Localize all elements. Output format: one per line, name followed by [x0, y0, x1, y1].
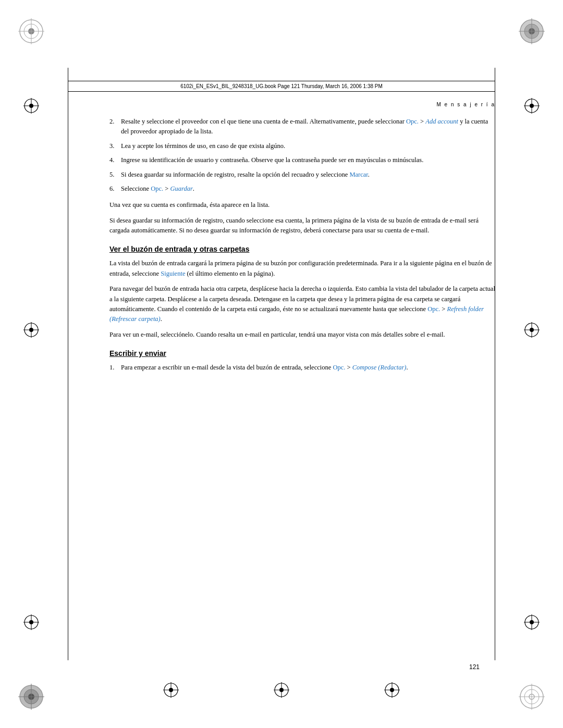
- section2-list-number-1: 1.: [109, 363, 121, 373]
- section2-list-content-1: Para empezar a escribir un e-mail desde …: [121, 363, 495, 373]
- reg-mark-bottom-left: [162, 681, 180, 699]
- link-marcar: Marcar: [349, 171, 368, 178]
- section1-para3: Para ver un e-mail, selecciónelo. Cuando…: [109, 330, 495, 340]
- section2-heading: Escribir y enviar: [109, 349, 495, 357]
- reg-mark-right-top: [522, 96, 541, 115]
- main-content: M e n s a j e r í a 2. Resalte y selecci…: [109, 102, 495, 655]
- link-add-account: Add account: [425, 118, 458, 125]
- reg-mark-left-bot: [22, 613, 41, 632]
- section1-heading: Ver el buzón de entrada y otras carpetas: [109, 245, 495, 253]
- link-opc-6: Opc.: [151, 185, 163, 192]
- corner-br-decoration: [516, 681, 547, 712]
- link-siguiente: Siguiente: [161, 270, 185, 277]
- section1-para2: Para navegar del buzón de entrada hacia …: [109, 284, 495, 325]
- list-content-5: Si desea guardar su información de regis…: [121, 170, 495, 180]
- link-opc-2: Opc.: [406, 118, 419, 125]
- link-guardar: Guardar: [170, 185, 193, 192]
- header-bar: 6102i_EN_ESv1_BIL_9248318_UG.book Page 1…: [68, 81, 495, 92]
- page-container: 6102i_EN_ESv1_BIL_9248318_UG.book Page 1…: [0, 0, 563, 728]
- section2-list: 1. Para empezar a escribir un e-mail des…: [109, 363, 495, 373]
- list-item-4: 4. Ingrese su identificación de usuario …: [109, 155, 495, 165]
- list-item-3: 3. Lea y acepte los términos de uso, en …: [109, 141, 495, 151]
- list-content-2: Resalte y seleccione el proveedor con el…: [121, 117, 495, 137]
- border-left: [68, 68, 68, 660]
- link-opc-compose: Opc.: [333, 364, 345, 371]
- list-content-6: Seleccione Opc. > Guardar.: [121, 184, 495, 194]
- list-item-2: 2. Resalte y seleccione el proveedor con…: [109, 117, 495, 137]
- link-compose: Compose (Redactar): [352, 364, 407, 371]
- list-number-6: 6.: [109, 184, 121, 194]
- paragraph-1: Una vez que su cuenta es confirmada, ést…: [109, 200, 495, 210]
- list-item-6: 6. Seleccione Opc. > Guardar.: [109, 184, 495, 194]
- main-list: 2. Resalte y seleccione el proveedor con…: [109, 117, 495, 194]
- reg-mark-right-bot: [522, 613, 541, 632]
- list-number-2: 2.: [109, 117, 121, 137]
- list-content-3: Lea y acepte los términos de uso, en cas…: [121, 141, 495, 151]
- reg-mark-bottom-center: [272, 681, 291, 699]
- list-number-3: 3.: [109, 141, 121, 151]
- section-label: M e n s a j e r í a: [109, 102, 495, 107]
- section1-para1: La vista del buzón de entrada cargará la…: [109, 258, 495, 279]
- file-info: 6102i_EN_ESv1_BIL_9248318_UG.book Page 1…: [180, 83, 383, 89]
- corner-tl-decoration: [16, 16, 47, 47]
- corner-tr-decoration: [516, 16, 547, 47]
- corner-bl-decoration: [16, 681, 47, 712]
- list-number-5: 5.: [109, 170, 121, 180]
- reg-mark-left-mid: [22, 320, 41, 339]
- reg-mark-bottom-right: [383, 681, 401, 699]
- reg-mark-left-top: [22, 96, 41, 115]
- reg-mark-right-mid: [522, 320, 541, 339]
- list-item-5: 5. Si desea guardar su información de re…: [109, 170, 495, 180]
- page-number: 121: [469, 663, 480, 671]
- paragraph-2: Si desea guardar su información de regis…: [109, 216, 495, 236]
- section2-list-item-1: 1. Para empezar a escribir un e-mail des…: [109, 363, 495, 373]
- list-number-4: 4.: [109, 155, 121, 165]
- list-content-4: Ingrese su identificación de usuario y c…: [121, 155, 495, 165]
- link-opc-refresh: Opc.: [427, 305, 440, 313]
